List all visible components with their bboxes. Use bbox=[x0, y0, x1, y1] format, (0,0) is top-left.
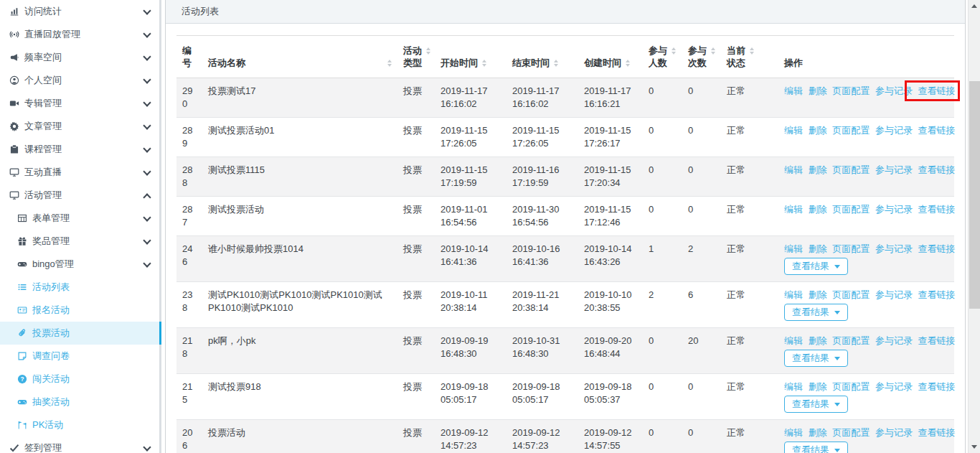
sidebar-item[interactable]: 报名活动 bbox=[0, 299, 159, 322]
sidebar-item[interactable]: 直播回放管理 bbox=[0, 23, 159, 46]
participation-records-link[interactable]: 参与记录 bbox=[875, 125, 913, 136]
sidebar-item[interactable]: 活动管理 bbox=[0, 184, 159, 207]
page-config-link[interactable]: 页面配置 bbox=[832, 289, 870, 300]
view-results-button[interactable]: 查看结果 bbox=[784, 350, 848, 367]
cell-actions: 编辑 删除 页面配置 参与记录 查看链接 查看结果 bbox=[778, 374, 961, 419]
sidebar-item[interactable]: 奖品管理 bbox=[0, 230, 159, 253]
header-participation-count[interactable]: 参与 次数 bbox=[682, 36, 721, 78]
view-link-link[interactable]: 查看链接 bbox=[918, 427, 956, 438]
view-results-button[interactable]: 查看结果 bbox=[784, 304, 848, 321]
edit-link[interactable]: 编辑 bbox=[784, 164, 803, 175]
header-start-time[interactable]: 开始时间 bbox=[435, 36, 507, 78]
edit-link[interactable]: 编辑 bbox=[784, 335, 803, 346]
sort-icon[interactable] bbox=[711, 47, 715, 55]
scrollbar-thumb[interactable] bbox=[969, 81, 980, 309]
edit-link[interactable]: 编辑 bbox=[784, 381, 803, 392]
page-config-link[interactable]: 页面配置 bbox=[832, 125, 870, 136]
view-link-link[interactable]: 查看链接 bbox=[907, 83, 958, 99]
view-link-link[interactable]: 查看链接 bbox=[918, 125, 956, 136]
sidebar-item[interactable]: 表单管理 bbox=[0, 207, 159, 230]
sort-icon[interactable] bbox=[482, 60, 486, 67]
caret-down-icon bbox=[834, 311, 840, 314]
delete-link[interactable]: 删除 bbox=[809, 335, 827, 346]
caret-down-icon bbox=[834, 449, 840, 452]
page-config-link[interactable]: 页面配置 bbox=[832, 85, 870, 96]
cell-actions: 编辑 删除 页面配置 参与记录 查看链接 查看结果 bbox=[778, 420, 961, 453]
sidebar-item[interactable]: 活动列表 bbox=[0, 276, 159, 299]
sidebar-item[interactable]: 调查问卷 bbox=[0, 345, 159, 368]
page-config-link[interactable]: 页面配置 bbox=[832, 243, 870, 254]
view-link-link[interactable]: 查看链接 bbox=[918, 204, 956, 215]
view-link-link[interactable]: 查看链接 bbox=[918, 243, 956, 254]
sidebar-item[interactable]: 课程管理 bbox=[0, 138, 159, 161]
participation-records-link[interactable]: 参与记录 bbox=[875, 427, 913, 438]
cell-name: 测试PK1010测试PK1010测试PK1010测试PK1010测试PK1010 bbox=[202, 282, 397, 327]
delete-link[interactable]: 删除 bbox=[809, 381, 827, 392]
sort-icon[interactable] bbox=[554, 60, 558, 67]
gift-icon bbox=[17, 235, 28, 247]
sidebar-item[interactable]: 签到管理 bbox=[0, 436, 159, 453]
header-end-time[interactable]: 结束时间 bbox=[507, 36, 578, 78]
participation-records-link[interactable]: 参与记录 bbox=[875, 164, 913, 175]
participation-records-link[interactable]: 参与记录 bbox=[875, 335, 913, 346]
cell-status: 正常 bbox=[721, 78, 778, 117]
view-link-link[interactable]: 查看链接 bbox=[918, 289, 956, 300]
header-created-time[interactable]: 创建时间 bbox=[578, 36, 643, 78]
delete-link[interactable]: 删除 bbox=[809, 204, 827, 215]
header-status[interactable]: 当前 状态 bbox=[721, 36, 778, 78]
page-config-link[interactable]: 页面配置 bbox=[832, 427, 870, 438]
delete-link[interactable]: 删除 bbox=[809, 164, 827, 175]
view-link-link[interactable]: 查看链接 bbox=[918, 335, 956, 346]
view-link-link[interactable]: 查看链接 bbox=[918, 164, 956, 175]
sort-icon[interactable] bbox=[626, 60, 630, 67]
edit-link[interactable]: 编辑 bbox=[784, 204, 803, 215]
page-config-link[interactable]: 页面配置 bbox=[832, 164, 870, 175]
sidebar-item[interactable]: 抽奖活动 bbox=[0, 391, 159, 414]
scroll-down-button[interactable] bbox=[969, 441, 980, 453]
scroll-up-button[interactable] bbox=[969, 0, 980, 12]
delete-link[interactable]: 删除 bbox=[809, 427, 827, 438]
participation-records-link[interactable]: 参与记录 bbox=[875, 289, 913, 300]
participation-records-link[interactable]: 参与记录 bbox=[875, 243, 913, 254]
participation-records-link[interactable]: 参与记录 bbox=[875, 204, 913, 215]
sidebar-item[interactable]: 个人空间 bbox=[0, 69, 159, 92]
delete-link[interactable]: 删除 bbox=[809, 243, 827, 254]
sidebar-item[interactable]: 访问统计 bbox=[0, 0, 159, 23]
view-results-button[interactable]: 查看结果 bbox=[784, 396, 848, 413]
header-type[interactable]: 活动 类型 bbox=[397, 36, 435, 78]
sidebar-item[interactable]: 专辑管理 bbox=[0, 92, 159, 115]
delete-link[interactable]: 删除 bbox=[809, 125, 827, 136]
view-link-link[interactable]: 查看链接 bbox=[918, 381, 956, 392]
sidebar-item[interactable]: 互动直播 bbox=[0, 161, 159, 184]
edit-link[interactable]: 编辑 bbox=[784, 85, 803, 96]
view-results-button[interactable]: 查看结果 bbox=[784, 258, 848, 275]
page-config-link[interactable]: 页面配置 bbox=[832, 381, 870, 392]
sidebar-item[interactable]: 频率空间 bbox=[0, 46, 159, 69]
delete-link[interactable]: 删除 bbox=[809, 85, 827, 96]
sidebar-item[interactable]: ? 闯关活动 bbox=[0, 368, 159, 391]
sidebar-item-label: 签到管理 bbox=[24, 442, 144, 453]
edit-link[interactable]: 编辑 bbox=[784, 427, 803, 438]
sidebar-item[interactable]: 投票活动 bbox=[0, 322, 159, 345]
page-config-link[interactable]: 页面配置 bbox=[832, 335, 870, 346]
edit-link[interactable]: 编辑 bbox=[784, 125, 803, 136]
sort-icon[interactable] bbox=[426, 47, 430, 55]
sort-icon[interactable] bbox=[387, 60, 392, 67]
vertical-scrollbar[interactable] bbox=[968, 0, 980, 453]
sort-icon[interactable] bbox=[750, 47, 754, 55]
delete-link[interactable]: 删除 bbox=[809, 289, 827, 300]
sort-icon[interactable] bbox=[672, 47, 676, 55]
gamepad-icon bbox=[17, 258, 28, 270]
action-links: 编辑 删除 页面配置 参与记录 查看链接 bbox=[784, 426, 956, 439]
sidebar-item[interactable]: PK活动 bbox=[0, 414, 159, 436]
page-config-link[interactable]: 页面配置 bbox=[832, 204, 870, 215]
sidebar-item[interactable]: 文章管理 bbox=[0, 115, 159, 138]
edit-link[interactable]: 编辑 bbox=[784, 289, 803, 300]
view-results-button[interactable]: 查看结果 bbox=[784, 442, 848, 453]
cell-participant-count: 0 bbox=[643, 157, 682, 196]
header-name[interactable]: 活动名称 bbox=[202, 36, 397, 78]
participation-records-link[interactable]: 参与记录 bbox=[875, 381, 913, 392]
sidebar-item[interactable]: bingo管理 bbox=[0, 253, 159, 276]
header-participant-count[interactable]: 参与 人数 bbox=[643, 36, 682, 78]
edit-link[interactable]: 编辑 bbox=[784, 243, 803, 254]
